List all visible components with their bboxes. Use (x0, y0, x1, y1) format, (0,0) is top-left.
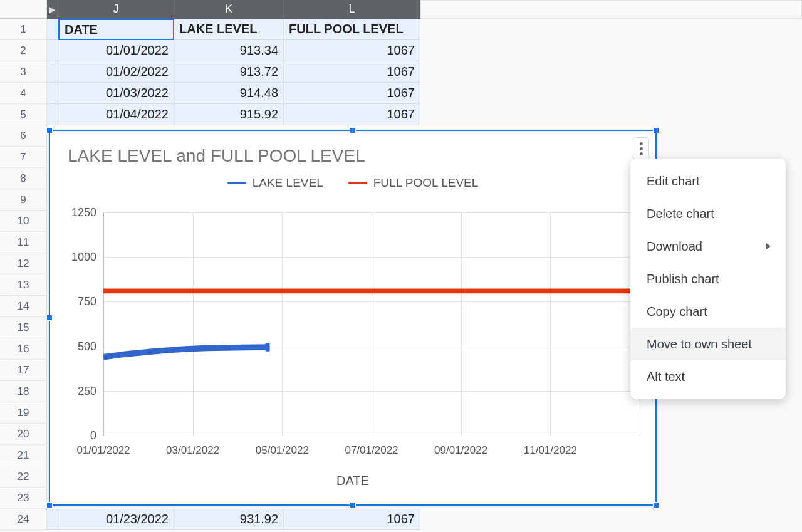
menu-item-delete-chart[interactable]: Delete chart (630, 197, 786, 230)
column-header-empty (420, 0, 802, 19)
table-row: 3 01/02/2022 913.72 1067 (0, 61, 802, 83)
row-header[interactable]: 5 (0, 104, 47, 125)
cell[interactable]: 1067 (284, 40, 420, 61)
table-row: 1 DATE LAKE LEVEL FULL POOL LEVEL (0, 19, 802, 40)
row-header[interactable]: 1 (0, 19, 47, 40)
row-header[interactable]: 14 (0, 296, 47, 317)
chart-context-menu: Edit chart Delete chart Download Publish… (630, 159, 786, 399)
gutter-cell (47, 40, 58, 61)
row-header[interactable]: 23 (0, 488, 47, 509)
y-tick-label: 250 (78, 384, 96, 397)
resize-handle[interactable] (46, 315, 53, 321)
resize-handle[interactable] (46, 502, 53, 508)
chart-x-axis: 01/01/2022 03/01/2022 05/01/2022 07/01/2… (103, 444, 640, 459)
x-tick-label: 07/01/2022 (345, 444, 398, 457)
column-header-expand[interactable]: ▶ (47, 0, 58, 19)
column-header-l[interactable]: L (284, 0, 420, 19)
gutter-cell (47, 104, 58, 125)
cell[interactable]: 01/01/2022 (58, 40, 174, 61)
kebab-menu-icon (640, 142, 643, 155)
cell[interactable]: 01/03/2022 (58, 83, 174, 104)
chevron-right-icon (766, 243, 771, 249)
chart-y-axis: 1250 1000 750 500 250 0 (63, 212, 100, 436)
row-header[interactable]: 16 (0, 338, 47, 360)
table-row: 4 01/03/2022 914.48 1067 (0, 83, 802, 104)
spreadsheet-area: ▶ J K L 1 DATE LAKE LEVEL FULL POOL LEVE… (0, 0, 802, 532)
row-header[interactable]: 22 (0, 466, 47, 488)
cell[interactable]: 914.48 (174, 83, 284, 104)
menu-item-move-to-own-sheet[interactable]: Move to own sheet (630, 328, 786, 360)
row-header[interactable]: 6 (0, 125, 47, 147)
menu-item-edit-chart[interactable]: Edit chart (630, 165, 786, 197)
x-tick-label: 01/01/2022 (76, 444, 130, 457)
resize-handle[interactable] (350, 127, 356, 133)
row-header[interactable]: 20 (0, 424, 47, 445)
chart-legend: LAKE LEVEL FULL POOL LEVEL (50, 176, 655, 190)
y-tick-label: 1000 (71, 251, 96, 264)
cell[interactable]: 913.72 (174, 61, 284, 83)
chart-menu-button[interactable] (633, 137, 649, 160)
row-header[interactable]: 4 (0, 83, 47, 104)
column-header-j[interactable]: J (58, 0, 174, 19)
row-header[interactable]: 7 (0, 147, 47, 168)
cell[interactable]: 915.92 (174, 104, 284, 125)
menu-item-download[interactable]: Download (630, 230, 786, 263)
cell-header-date[interactable]: DATE (58, 19, 174, 40)
cell-header-pool[interactable]: FULL POOL LEVEL (284, 19, 420, 40)
column-header-k[interactable]: K (174, 0, 284, 19)
legend-swatch-icon (348, 182, 367, 184)
x-tick-label: 11/01/2022 (524, 444, 577, 457)
y-tick-label: 500 (78, 340, 96, 353)
legend-swatch-icon (227, 182, 246, 184)
x-tick-label: 05/01/2022 (256, 444, 309, 457)
row-header[interactable]: 9 (0, 189, 47, 211)
legend-item: FULL POOL LEVEL (348, 176, 479, 190)
resize-handle[interactable] (653, 127, 659, 133)
row-header[interactable]: 11 (0, 232, 47, 253)
resize-handle[interactable] (653, 502, 659, 508)
row-header[interactable]: 3 (0, 61, 47, 83)
chart-title: LAKE LEVEL and FULL POOL LEVEL (50, 131, 655, 171)
cell[interactable]: 913.34 (174, 40, 284, 61)
row-header[interactable]: 19 (0, 402, 47, 424)
cell-header-lake[interactable]: LAKE LEVEL (174, 19, 284, 40)
menu-item-copy-chart[interactable]: Copy chart (630, 295, 786, 328)
y-tick-label: 0 (90, 429, 96, 442)
gutter-cell (47, 19, 58, 40)
chart-x-axis-title: DATE (50, 474, 655, 488)
legend-label: LAKE LEVEL (253, 176, 323, 190)
table-row: 5 01/04/2022 915.92 1067 (0, 104, 802, 125)
embedded-chart[interactable]: LAKE LEVEL and FULL POOL LEVEL LAKE LEVE… (49, 130, 657, 506)
chart-plot-area: 1250 1000 750 500 250 0 (103, 212, 640, 436)
menu-item-publish-chart[interactable]: Publish chart (630, 263, 786, 295)
gutter-cell (47, 61, 58, 83)
row-header[interactable]: 17 (0, 360, 47, 381)
menu-item-alt-text[interactable]: Alt text (630, 360, 786, 393)
x-tick-label: 09/01/2022 (434, 444, 487, 457)
row-header[interactable]: 10 (0, 211, 47, 232)
row-header[interactable]: 24 (0, 509, 47, 530)
legend-item: LAKE LEVEL (227, 176, 323, 190)
table-row: 2 01/01/2022 913.34 1067 (0, 40, 802, 61)
legend-label: FULL POOL LEVEL (373, 176, 479, 190)
gutter-cell (47, 83, 58, 104)
row-header[interactable]: 18 (0, 381, 47, 402)
y-tick-label: 750 (78, 295, 96, 308)
row-header[interactable]: 8 (0, 168, 47, 189)
resize-handle[interactable] (46, 127, 53, 133)
cell[interactable]: 01/04/2022 (58, 104, 174, 125)
cell[interactable]: 1067 (284, 104, 420, 125)
row-header[interactable]: 2 (0, 40, 47, 61)
cell[interactable]: 01/02/2022 (58, 61, 174, 83)
row-header[interactable]: 21 (0, 445, 47, 466)
corner-cell[interactable] (0, 0, 47, 19)
row-header[interactable]: 13 (0, 274, 47, 296)
x-tick-label: 03/01/2022 (166, 444, 219, 457)
row-header[interactable]: 12 (0, 253, 47, 274)
gutter-cell (47, 509, 58, 530)
column-header-row: ▶ J K L (0, 0, 802, 19)
row-header[interactable]: 15 (0, 317, 47, 338)
y-tick-label: 1250 (71, 206, 96, 219)
cell[interactable]: 1067 (284, 61, 420, 83)
cell[interactable]: 1067 (284, 83, 420, 104)
